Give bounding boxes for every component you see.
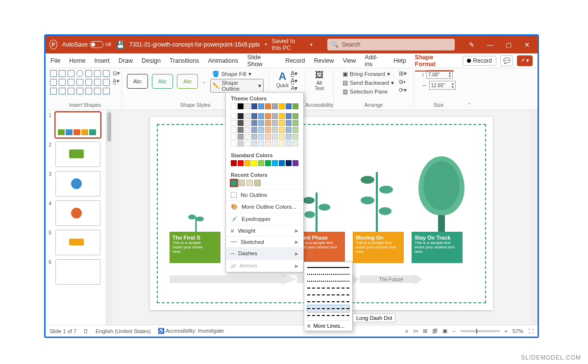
thumbnail-6[interactable]: 6 — [49, 259, 103, 285]
close-button[interactable]: ✕ — [520, 36, 534, 53]
color-swatch[interactable] — [231, 141, 237, 146]
tab-slide-show[interactable]: Slide Show — [247, 54, 276, 68]
color-swatch[interactable] — [238, 127, 244, 133]
color-swatch[interactable] — [258, 127, 264, 133]
style-gallery-expand-icon[interactable]: ⌄ — [202, 78, 206, 85]
shape-fill-button[interactable]: 🪣Shape Fill ▾ — [210, 70, 264, 78]
color-swatch[interactable] — [272, 141, 278, 146]
dash-option-dash-dot[interactable] — [307, 291, 349, 298]
tab-transitions[interactable]: Transitions — [170, 57, 199, 64]
color-swatch[interactable] — [293, 127, 298, 133]
normal-view-icon[interactable]: ▭ — [413, 328, 418, 334]
fit-to-window-icon[interactable]: ⛶ — [528, 328, 534, 334]
autosave-toggle[interactable]: AutoSave Off — [62, 41, 111, 48]
color-swatch[interactable] — [293, 134, 298, 140]
color-swatch[interactable] — [272, 160, 278, 166]
pen-icon[interactable]: ✎ — [465, 36, 478, 53]
tab-home[interactable]: Home — [69, 57, 85, 64]
color-swatch[interactable] — [238, 141, 244, 146]
save-icon[interactable]: 💾 — [116, 41, 124, 49]
color-swatch[interactable] — [286, 120, 292, 126]
toggle-switch-icon[interactable] — [90, 41, 103, 48]
color-swatch[interactable] — [265, 103, 271, 109]
color-swatch[interactable] — [251, 134, 257, 140]
color-swatch[interactable] — [238, 134, 244, 140]
color-swatch[interactable] — [251, 160, 257, 166]
rotate-icon[interactable]: ⟳▾ — [399, 87, 407, 94]
notes-icon[interactable]: 🗒 — [83, 328, 89, 334]
text-fill-icon[interactable]: A̲▾ — [291, 70, 297, 77]
arrows-item[interactable]: ⇄Arrows▶ — [226, 260, 303, 272]
document-filename[interactable]: 7331-01-growth-concept-for-powerpoint-16… — [129, 41, 260, 48]
text-outline-icon[interactable]: A̲▾ — [291, 77, 297, 84]
color-swatch[interactable] — [265, 113, 271, 119]
color-swatch[interactable] — [251, 113, 257, 119]
dashes-item[interactable]: ┄Dashes▶ — [226, 247, 303, 260]
chevron-down-icon[interactable]: ▾ — [310, 42, 313, 47]
text-effects-icon[interactable]: A▾ — [291, 85, 297, 92]
color-swatch[interactable] — [251, 120, 257, 126]
canvas-scrollbar[interactable] — [531, 110, 538, 325]
eyedropper-item[interactable]: 💉Eyedropper — [226, 213, 303, 225]
color-swatch[interactable] — [258, 113, 264, 119]
color-swatch[interactable] — [258, 103, 264, 109]
color-swatch[interactable] — [265, 141, 271, 146]
color-swatch[interactable] — [286, 141, 292, 146]
selection-pane-button[interactable]: ▥Selection Pane — [341, 88, 396, 96]
tab-draw[interactable]: Draw — [119, 57, 133, 64]
color-swatch[interactable] — [245, 141, 250, 146]
color-swatch[interactable] — [258, 141, 264, 146]
no-outline-item[interactable]: No Outline — [226, 189, 303, 200]
bring-forward-button[interactable]: ▣Bring Forward ▾ — [341, 70, 396, 78]
tab-help[interactable]: Help — [393, 57, 406, 64]
color-swatch[interactable] — [265, 134, 271, 140]
weight-item[interactable]: ≡Weight▶ — [226, 225, 303, 236]
reading-view-icon[interactable]: 🗐 — [432, 328, 438, 334]
tab-insert[interactable]: Insert — [95, 57, 110, 64]
color-swatch[interactable] — [293, 160, 298, 166]
thumbnail-1[interactable]: 1 — [49, 112, 103, 138]
color-swatch[interactable] — [238, 160, 244, 166]
color-swatch[interactable] — [286, 103, 292, 109]
slideshow-view-icon[interactable]: ▣ — [442, 328, 447, 334]
share-button[interactable]: ↗ ▾ — [517, 55, 533, 66]
comments-button[interactable]: 💬 — [500, 55, 513, 66]
color-swatch[interactable] — [265, 127, 271, 133]
color-swatch[interactable] — [246, 180, 253, 186]
color-swatch[interactable] — [239, 180, 245, 186]
alt-text-label[interactable]: Alt Text — [315, 80, 323, 91]
color-swatch[interactable] — [272, 134, 278, 140]
tab-add-ins[interactable]: Add-ins — [365, 54, 385, 68]
stepper-icon[interactable]: ▴▾ — [449, 71, 451, 78]
thumbnail-3[interactable]: 3 — [49, 171, 103, 196]
style-preset-2[interactable]: Abc — [152, 74, 173, 89]
color-swatch[interactable] — [279, 141, 285, 146]
dash-option-long-dash-dot-dot[interactable] — [307, 312, 349, 319]
color-swatch[interactable] — [245, 120, 250, 126]
color-swatch[interactable] — [231, 113, 237, 119]
color-swatch[interactable] — [231, 103, 237, 109]
dash-option-square-dot[interactable] — [307, 278, 349, 285]
slide-counter[interactable]: Slide 1 of 7 — [49, 328, 76, 334]
thumbnail-scrollbar[interactable] — [106, 110, 112, 325]
edit-shape-icon[interactable]: ⊡▾ — [113, 70, 120, 76]
sorter-view-icon[interactable]: ⊞ — [423, 328, 427, 334]
style-preset-3[interactable]: Abc — [177, 74, 198, 89]
maximize-button[interactable]: ▢ — [502, 36, 515, 53]
notes-button-icon[interactable]: ≡ — [405, 328, 408, 334]
color-swatch[interactable] — [258, 160, 264, 166]
tab-file[interactable]: File — [50, 57, 60, 64]
color-swatch[interactable] — [231, 160, 237, 166]
color-swatch[interactable] — [251, 141, 257, 146]
accessibility-status[interactable]: ♿ Accessibility: Investigate — [158, 328, 224, 334]
group-icon[interactable]: ⧉▾ — [399, 78, 407, 85]
more-lines-item[interactable]: ≡More Lines... — [307, 320, 349, 329]
align-icon[interactable]: ⊞▾ — [399, 70, 407, 77]
tab-shape-format[interactable]: Shape Format — [415, 54, 454, 72]
style-preset-1[interactable]: Abc — [127, 74, 148, 89]
shapes-gallery[interactable] — [50, 70, 110, 95]
zoom-slider[interactable] — [461, 330, 500, 332]
width-input[interactable]: 12.65"▴▾ — [429, 81, 456, 90]
color-swatch[interactable] — [245, 134, 250, 140]
alt-text-icon[interactable]: 🖼 — [315, 70, 323, 80]
